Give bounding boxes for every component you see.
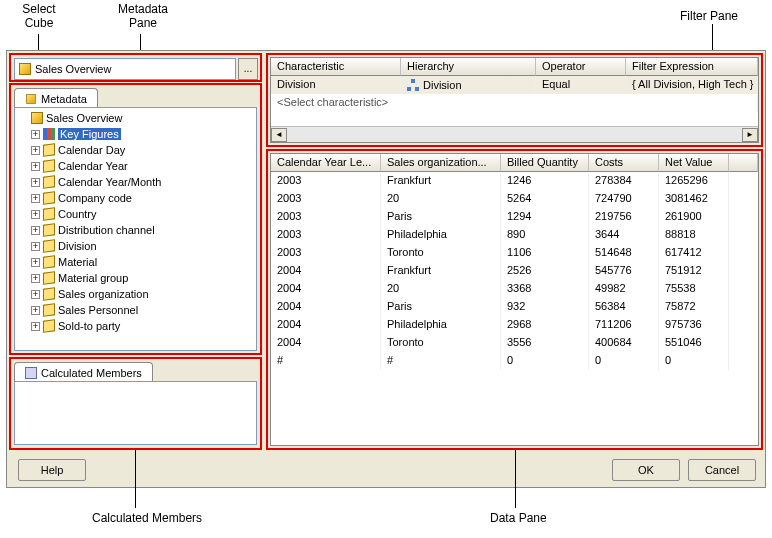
- table-cell: 400684: [589, 334, 659, 352]
- table-cell: 890: [501, 226, 589, 244]
- table-row[interactable]: ##000: [271, 352, 758, 370]
- expander-icon[interactable]: +: [31, 146, 40, 155]
- callout-select-cube: Select Cube: [14, 2, 64, 31]
- filter-scrollbar[interactable]: ◄ ►: [271, 126, 758, 142]
- data-header[interactable]: Billed Quantity: [501, 154, 589, 172]
- table-cell: 1106: [501, 244, 589, 262]
- expander-icon[interactable]: +: [31, 130, 40, 139]
- expander-icon[interactable]: +: [31, 194, 40, 203]
- filter-expression[interactable]: { All Division, High Tech }: [626, 76, 758, 94]
- expander-icon[interactable]: +: [31, 258, 40, 267]
- filter-hierarchy[interactable]: Division: [401, 76, 536, 94]
- expander-icon[interactable]: +: [31, 322, 40, 331]
- table-row[interactable]: 2004Philadelphia2968711206975736: [271, 316, 758, 334]
- table-cell: 3644: [589, 226, 659, 244]
- table-cell: Frankfurt: [381, 172, 501, 190]
- dimension-icon: [43, 287, 55, 301]
- expander-icon[interactable]: +: [31, 162, 40, 171]
- table-cell: 2003: [271, 172, 381, 190]
- table-row[interactable]: 2004Toronto3556400684551046: [271, 334, 758, 352]
- data-header[interactable]: Sales organization...: [381, 154, 501, 172]
- table-cell: 724790: [589, 190, 659, 208]
- table-row[interactable]: 2003Toronto1106514648617412: [271, 244, 758, 262]
- tree-dimension[interactable]: +Sold-to party: [17, 318, 254, 334]
- tree-dimension[interactable]: +Sales Personnel: [17, 302, 254, 318]
- filter-placeholder[interactable]: <Select characteristic>: [271, 94, 758, 112]
- table-cell: 1246: [501, 172, 589, 190]
- dimension-icon: [43, 255, 55, 269]
- key-figures-icon: [43, 128, 55, 140]
- table-cell: 1265296: [659, 172, 729, 190]
- table-cell: Paris: [381, 298, 501, 316]
- dimension-icon: [43, 271, 55, 285]
- metadata-tree[interactable]: Sales Overview + Key Figures +Calendar D…: [14, 107, 257, 351]
- table-cell: 56384: [589, 298, 659, 316]
- tree-dimension[interactable]: +Calendar Year: [17, 158, 254, 174]
- scroll-left-icon[interactable]: ◄: [271, 128, 287, 142]
- filter-header[interactable]: Characteristic: [271, 58, 401, 76]
- table-cell: 5264: [501, 190, 589, 208]
- filter-operator[interactable]: Equal: [536, 76, 626, 94]
- table-row[interactable]: 2003Frankfurt12462783841265296: [271, 172, 758, 190]
- table-cell: 2526: [501, 262, 589, 280]
- tree-dimension[interactable]: +Distribution channel: [17, 222, 254, 238]
- table-row[interactable]: 2004Paris9325638475872: [271, 298, 758, 316]
- tree-dimension[interactable]: +Material group: [17, 270, 254, 286]
- filter-header[interactable]: Filter Expression: [626, 58, 758, 76]
- table-row[interactable]: 2003Paris1294219756261900: [271, 208, 758, 226]
- table-cell: 975736: [659, 316, 729, 334]
- table-cell: 2003: [271, 226, 381, 244]
- tree-dimension[interactable]: +Division: [17, 238, 254, 254]
- dimension-icon: [43, 319, 55, 333]
- tree-root[interactable]: Sales Overview: [17, 110, 254, 126]
- tree-dimension[interactable]: +Sales organization: [17, 286, 254, 302]
- tree-dimension[interactable]: +Calendar Day: [17, 142, 254, 158]
- filter-header[interactable]: Hierarchy: [401, 58, 536, 76]
- expander-icon[interactable]: +: [31, 178, 40, 187]
- expander-icon[interactable]: +: [31, 210, 40, 219]
- tree-key-figures[interactable]: + Key Figures: [17, 126, 254, 142]
- ok-button[interactable]: OK: [612, 459, 680, 481]
- tree-dimension[interactable]: +Material: [17, 254, 254, 270]
- filter-header[interactable]: Operator: [536, 58, 626, 76]
- data-grid[interactable]: Calendar Year Le...Sales organization...…: [270, 153, 759, 446]
- filter-grid[interactable]: CharacteristicHierarchyOperatorFilter Ex…: [270, 57, 759, 143]
- expander-icon[interactable]: +: [31, 226, 40, 235]
- filter-characteristic[interactable]: Division: [271, 76, 401, 94]
- calc-members-list[interactable]: [14, 381, 257, 445]
- tab-metadata[interactable]: Metadata: [14, 88, 98, 108]
- dimension-icon: [43, 175, 55, 189]
- table-cell: 3368: [501, 280, 589, 298]
- expander-icon[interactable]: +: [31, 274, 40, 283]
- table-cell: 2004: [271, 280, 381, 298]
- expander-icon[interactable]: +: [31, 306, 40, 315]
- table-row[interactable]: 20042033684998275538: [271, 280, 758, 298]
- help-button[interactable]: Help: [18, 459, 86, 481]
- table-cell: 617412: [659, 244, 729, 262]
- data-header[interactable]: Costs: [589, 154, 659, 172]
- cancel-button[interactable]: Cancel: [688, 459, 756, 481]
- tab-calculated-members[interactable]: Calculated Members: [14, 362, 153, 382]
- dimension-icon: [43, 303, 55, 317]
- expander-icon[interactable]: +: [31, 242, 40, 251]
- table-row[interactable]: 2003Philadelphia890364488818: [271, 226, 758, 244]
- data-header[interactable]: Net Value: [659, 154, 729, 172]
- data-header[interactable]: Calendar Year Le...: [271, 154, 381, 172]
- table-cell: 49982: [589, 280, 659, 298]
- tree-dimension[interactable]: +Company code: [17, 190, 254, 206]
- table-cell: 88818: [659, 226, 729, 244]
- callout-calc-members: Calculated Members: [92, 511, 202, 525]
- cube-name: Sales Overview: [35, 63, 111, 75]
- table-row[interactable]: 20032052647247903081462: [271, 190, 758, 208]
- tree-dimension[interactable]: +Calendar Year/Month: [17, 174, 254, 190]
- table-cell: Philadelphia: [381, 316, 501, 334]
- table-cell: 2004: [271, 262, 381, 280]
- scroll-right-icon[interactable]: ►: [742, 128, 758, 142]
- browse-cube-button[interactable]: ...: [238, 58, 258, 80]
- expander-icon[interactable]: +: [31, 290, 40, 299]
- dimension-icon: [43, 143, 55, 157]
- table-cell: 2004: [271, 298, 381, 316]
- tree-dimension[interactable]: +Country: [17, 206, 254, 222]
- cube-selector[interactable]: Sales Overview: [14, 58, 236, 80]
- table-row[interactable]: 2004Frankfurt2526545776751912: [271, 262, 758, 280]
